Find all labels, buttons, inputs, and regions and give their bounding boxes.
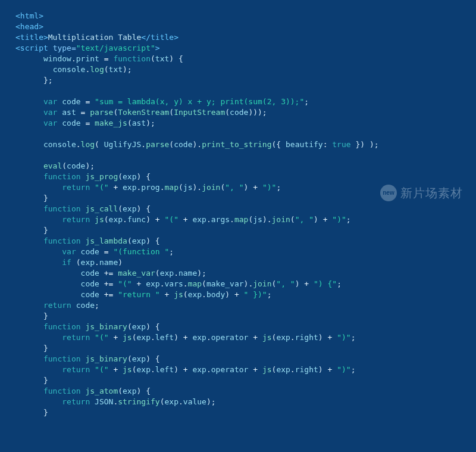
code-token: +: [323, 333, 337, 342]
code-line: [15, 86, 20, 95]
code-token: [15, 290, 81, 299]
code-token: return: [43, 301, 76, 310]
code-token: "(": [95, 333, 108, 342]
code-token: <html>: [15, 11, 43, 20]
code-line: var code = "(function ";: [15, 247, 174, 256]
code-token: [15, 204, 43, 213]
code-token: return: [62, 215, 95, 224]
code-token: +=: [99, 290, 118, 299]
code-token: (: [151, 54, 155, 63]
code-token: left: [155, 365, 174, 374]
code-token: .: [197, 140, 202, 149]
code-token: map: [188, 279, 202, 288]
code-token: >: [155, 43, 160, 52]
code-token: log: [90, 65, 104, 74]
code-token: (: [76, 258, 81, 267]
code-line: }: [15, 408, 48, 417]
code-token: (: [169, 140, 174, 149]
code-line: }: [15, 194, 48, 202]
code-token: return: [62, 397, 95, 406]
code-token: ) {: [169, 54, 183, 63]
code-line: return js(exp.func) + "(" + exp.args.map…: [15, 215, 351, 224]
code-token: code: [174, 140, 192, 149]
code-token: [15, 119, 43, 127]
code-token: [15, 269, 81, 278]
code-token: ): [318, 365, 323, 374]
code-token: :: [323, 140, 333, 149]
code-line: }: [15, 226, 48, 235]
code-token: print: [76, 54, 99, 63]
code-token: [15, 365, 62, 374]
code-token: exp: [132, 354, 146, 363]
code-block: <html> <head> <title>Multiplication Tabl…: [15, 11, 468, 418]
code-token: ): [174, 333, 178, 342]
code-token: [15, 194, 43, 202]
code-token: [15, 97, 43, 106]
code-token: js: [253, 215, 262, 224]
code-token: );: [206, 397, 216, 406]
code-token: +: [132, 279, 146, 288]
code-token: "(": [95, 365, 108, 374]
code-token: ) {: [146, 322, 159, 331]
code-token: ) {: [146, 236, 159, 245]
code-token: InputStream: [174, 108, 225, 117]
code-token: .: [202, 290, 206, 299]
code-token: var: [62, 247, 80, 256]
code-token: [15, 129, 20, 138]
code-token: exp: [137, 365, 151, 374]
code-token: .: [290, 333, 295, 342]
code-line: }: [15, 311, 48, 320]
code-line: return "(" + js(exp.left) + exp.operator…: [15, 333, 355, 342]
code-token: parse: [90, 108, 113, 117]
code-token: operator: [211, 333, 249, 342]
code-token: func: [127, 215, 146, 224]
code-token: js: [123, 333, 132, 342]
code-token: +: [151, 215, 164, 224]
code-token: code: [81, 247, 99, 256]
code-token: +: [109, 365, 123, 374]
code-token: code: [62, 97, 80, 106]
code-line: <title>Multiplication Table</title>: [15, 33, 178, 42]
code-token: [15, 247, 62, 256]
code-line: }: [15, 376, 48, 385]
code-token: function: [113, 54, 151, 63]
code-token: <title>: [15, 33, 48, 42]
code-line: <html>: [15, 11, 43, 20]
code-token: right: [295, 365, 318, 374]
code-token: [15, 172, 43, 181]
code-token: ({: [272, 140, 286, 149]
code-token: (: [202, 279, 206, 288]
code-token: ")": [332, 215, 346, 224]
code-token: ) {: [146, 354, 159, 363]
code-token: "(": [165, 215, 178, 224]
code-token: value: [183, 397, 206, 406]
code-token: +: [248, 365, 262, 374]
code-token: prog: [141, 183, 159, 192]
code-token: function: [43, 322, 85, 331]
code-token: " })": [244, 290, 267, 299]
code-token: .: [267, 215, 272, 224]
code-token: js_binary: [85, 322, 127, 331]
code-token: "return ": [118, 290, 159, 299]
code-token: .: [71, 54, 76, 63]
code-token: ;: [351, 333, 356, 342]
code-token: =: [81, 97, 95, 106]
code-token: "(function ": [113, 247, 169, 256]
code-token: code: [81, 279, 99, 288]
code-token: [15, 76, 43, 85]
code-token: +: [318, 215, 332, 224]
code-token: ;: [95, 301, 99, 310]
code-token: +: [248, 333, 262, 342]
code-token: (: [290, 215, 295, 224]
code-token: ;: [169, 247, 174, 256]
code-token: (: [160, 397, 165, 406]
code-line: return "(" + exp.prog.map(js).join(", ")…: [15, 183, 281, 192]
code-token: [15, 54, 43, 63]
code-token: +=: [99, 269, 118, 278]
code-token: }: [43, 194, 48, 202]
code-token: [15, 397, 62, 406]
code-token: .: [174, 269, 178, 278]
code-token: );: [85, 161, 95, 170]
code-token: );: [146, 119, 155, 127]
code-token: ): [295, 279, 300, 288]
